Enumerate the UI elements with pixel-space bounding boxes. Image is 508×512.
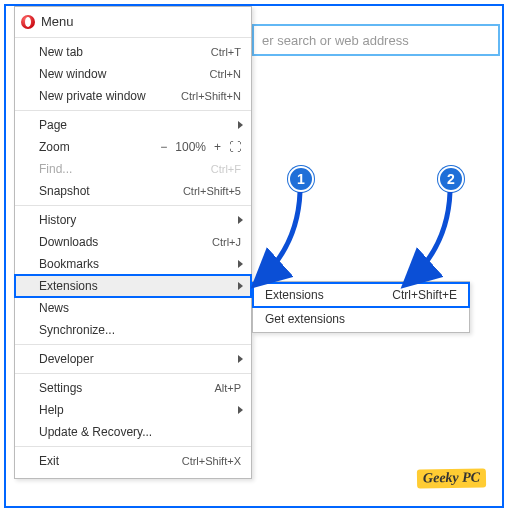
zoom-minus-button[interactable]: −	[160, 140, 167, 154]
menu-zoom[interactable]: Zoom − 100% + ⛶	[15, 136, 251, 158]
submenu-get-extensions[interactable]: Get extensions	[253, 307, 469, 331]
main-menu: Menu New tab Ctrl+T New window Ctrl+N Ne…	[14, 6, 252, 479]
submenu-item-label: Get extensions	[265, 312, 345, 326]
menu-page[interactable]: Page	[15, 114, 251, 136]
menu-find: Find... Ctrl+F	[15, 158, 251, 180]
callout-2: 2	[438, 166, 464, 192]
extensions-submenu: Extensions Ctrl+Shift+E Get extensions	[252, 281, 470, 333]
separator	[15, 205, 251, 206]
chevron-right-icon	[238, 216, 243, 224]
menu-item-label: Snapshot	[39, 184, 90, 198]
menu-item-label: History	[39, 213, 76, 227]
menu-item-label: New private window	[39, 89, 146, 103]
menu-item-label: Page	[39, 118, 67, 132]
chevron-right-icon	[238, 121, 243, 129]
zoom-controls: − 100% + ⛶	[160, 140, 241, 154]
callout-number: 2	[447, 171, 455, 187]
shortcut: Ctrl+Shift+X	[182, 455, 241, 467]
menu-item-label: Find...	[39, 162, 72, 176]
shortcut: Ctrl+J	[212, 236, 241, 248]
menu-synchronize[interactable]: Synchronize...	[15, 319, 251, 341]
menu-item-label: Developer	[39, 352, 94, 366]
menu-update-recovery[interactable]: Update & Recovery...	[15, 421, 251, 443]
menu-settings[interactable]: Settings Alt+P	[15, 377, 251, 399]
watermark: Geeky PC	[417, 468, 486, 488]
separator	[15, 110, 251, 111]
chevron-right-icon	[238, 355, 243, 363]
menu-exit[interactable]: Exit Ctrl+Shift+X	[15, 450, 251, 472]
zoom-fullscreen-button[interactable]: ⛶	[229, 140, 241, 154]
menu-extensions[interactable]: Extensions	[15, 275, 251, 297]
menu-item-label: Extensions	[39, 279, 98, 293]
menu-item-label: New tab	[39, 45, 83, 59]
address-bar[interactable]: er search or web address	[252, 24, 500, 56]
menu-news[interactable]: News	[15, 297, 251, 319]
separator	[15, 344, 251, 345]
menu-bookmarks[interactable]: Bookmarks	[15, 253, 251, 275]
menu-new-tab[interactable]: New tab Ctrl+T	[15, 41, 251, 63]
menu-help[interactable]: Help	[15, 399, 251, 421]
chevron-right-icon	[238, 406, 243, 414]
menu-history[interactable]: History	[15, 209, 251, 231]
separator	[15, 373, 251, 374]
menu-item-label: New window	[39, 67, 106, 81]
menu-item-label: News	[39, 301, 69, 315]
menu-item-label: Synchronize...	[39, 323, 115, 337]
shortcut: Ctrl+Shift+E	[392, 288, 457, 302]
submenu-extensions[interactable]: Extensions Ctrl+Shift+E	[253, 283, 469, 307]
zoom-plus-button[interactable]: +	[214, 140, 221, 154]
chevron-right-icon	[238, 282, 243, 290]
menu-snapshot[interactable]: Snapshot Ctrl+Shift+5	[15, 180, 251, 202]
menu-item-label: Bookmarks	[39, 257, 99, 271]
menu-downloads[interactable]: Downloads Ctrl+J	[15, 231, 251, 253]
menu-item-label: Update & Recovery...	[39, 425, 152, 439]
zoom-percent: 100%	[175, 140, 206, 154]
callout-number: 1	[297, 171, 305, 187]
chevron-right-icon	[238, 260, 243, 268]
address-bar-placeholder: er search or web address	[262, 33, 409, 48]
menu-item-label: Exit	[39, 454, 59, 468]
menu-header: Menu	[15, 9, 251, 34]
menu-item-label: Downloads	[39, 235, 98, 249]
menu-developer[interactable]: Developer	[15, 348, 251, 370]
menu-title: Menu	[41, 14, 74, 29]
menu-item-label: Help	[39, 403, 64, 417]
shortcut: Alt+P	[214, 382, 241, 394]
shortcut: Ctrl+T	[211, 46, 241, 58]
watermark-text: Geeky PC	[423, 470, 480, 486]
menu-item-label: Zoom	[39, 140, 70, 154]
callout-1: 1	[288, 166, 314, 192]
menu-new-private-window[interactable]: New private window Ctrl+Shift+N	[15, 85, 251, 107]
shortcut: Ctrl+Shift+N	[181, 90, 241, 102]
shortcut: Ctrl+N	[210, 68, 241, 80]
opera-icon	[21, 15, 35, 29]
separator	[15, 446, 251, 447]
shortcut: Ctrl+Shift+5	[183, 185, 241, 197]
separator	[15, 37, 251, 38]
submenu-item-label: Extensions	[265, 288, 324, 302]
menu-item-label: Settings	[39, 381, 82, 395]
menu-new-window[interactable]: New window Ctrl+N	[15, 63, 251, 85]
shortcut: Ctrl+F	[211, 163, 241, 175]
